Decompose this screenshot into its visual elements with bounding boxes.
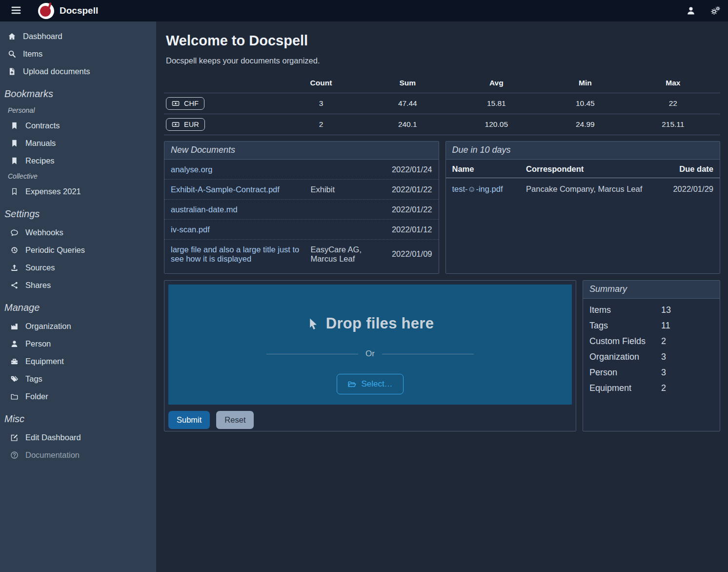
sidebar-item-upload-documents[interactable]: Upload documents [0,62,156,80]
summary-row: Items 13 [583,302,720,318]
tags-icon [10,375,19,383]
share-icon [10,281,19,289]
divider-line [382,354,474,354]
stat-avg: 120.05 [448,114,545,135]
sidebar-item-edit-dashboard[interactable]: Edit Dashboard [0,429,156,446]
sidebar-item-organization[interactable]: Organization [0,317,156,335]
bookmark-icon [10,157,19,165]
sidebar-item-items[interactable]: Items [0,45,156,62]
sidebar-item-label: Organization [25,322,71,331]
summary-row: Tags 11 [583,318,720,333]
due-document-link[interactable]: test-☺-ing.pdf [446,178,520,201]
cogs-icon[interactable] [710,6,720,16]
sidebar-item-tags[interactable]: Tags [0,370,156,388]
summary-row: Custom Fields 2 [583,333,720,349]
document-date: 2022/01/09 [392,249,432,259]
due-row: test-☺-ing.pdf Pancake Company, Marcus L… [446,178,720,201]
sidebar-item-person[interactable]: Person [0,335,156,352]
industry-icon [10,322,19,330]
question-circle-icon [10,451,19,459]
sidebar-item-label: Recipes [25,156,55,165]
summary-label: Organization [589,352,661,362]
currency-label: EUR [184,121,199,128]
sidebar-item-label: Edit Dashboard [25,433,81,442]
divider-line [266,354,358,354]
stats-header-min: Min [545,77,626,93]
summary-label: Custom Fields [589,336,661,347]
summary-label: Equipment [589,383,661,393]
sidebar-item-folder[interactable]: Folder [0,388,156,405]
sidebar-item-expenses-2021[interactable]: Expenses 2021 [0,183,156,200]
page-title: Welcome to Docspell [166,33,720,49]
summary-label: Person [589,368,661,378]
document-link[interactable]: analyse.org [171,165,306,174]
sidebar-item-label: Manuals [25,139,56,148]
currency-badge-chf[interactable]: CHF [166,97,204,110]
sidebar-item-label: Webhooks [25,228,63,237]
submit-button[interactable]: Submit [168,411,210,429]
stat-sum: 240.1 [367,114,448,135]
history-icon [10,246,19,254]
docspell-logo[interactable] [38,3,54,19]
document-date: 2022/01/24 [392,165,432,174]
select-files-button[interactable]: Select… [337,374,403,394]
home-icon [8,32,16,41]
file-upload-icon [8,67,16,76]
due-header-date: Due date [654,160,720,178]
bookmark-icon [10,139,19,147]
sidebar-item-label: Upload documents [23,67,90,76]
reset-button[interactable]: Reset [216,411,254,429]
sidebar-item-equipment[interactable]: Equipment [0,352,156,370]
summary-value: 13 [661,305,671,315]
document-link[interactable]: Exhibit-A-Sample-Contract.pdf [171,185,306,194]
sidebar-item-manuals[interactable]: Manuals [0,134,156,152]
sidebar-item-dashboard[interactable]: Dasbhoard [0,27,156,45]
user-icon[interactable] [686,6,696,16]
new-documents-title: New Documents [164,142,439,160]
sidebar-item-sources[interactable]: Sources [0,259,156,276]
sidebar-item-contracts[interactable]: Contracts [0,117,156,134]
dropzone[interactable]: Drop files here Or Select… [168,285,572,405]
sidebar-item-label: Documentation [25,450,80,460]
summary-title: Summary [583,281,720,299]
sidebar-item-webhooks[interactable]: Webhooks [0,224,156,241]
summary-row: Organization 3 [583,349,720,365]
sidebar-item-shares[interactable]: Shares [0,276,156,294]
sidebar-item-recipes[interactable]: Recipes [0,152,156,169]
sidebar-item-periodic-queries[interactable]: Periodic Queries [0,241,156,259]
stat-min: 24.99 [545,114,626,135]
currency-badge-eur[interactable]: EUR [166,118,205,131]
stats-header-empty [164,77,275,93]
stats-row-chf: CHF 3 47.44 15.81 10.45 22 [164,93,720,114]
summary-value: 3 [661,368,666,378]
stat-min: 10.45 [545,93,626,114]
app-title: Docspell [60,5,98,16]
document-link[interactable]: large file and also a large title just t… [171,245,306,264]
summary-row: Equipment 2 [583,380,720,396]
stats-header-max: Max [626,77,720,93]
folder-icon [10,392,19,401]
sidebar-item-label: Sources [25,263,55,272]
sidebar-item-documentation[interactable]: Documentation [0,446,156,464]
hamburger-icon[interactable] [11,5,22,17]
stats-header-avg: Avg [448,77,545,93]
or-label: Or [365,349,375,359]
due-table: Name Correspondent Due date test-☺-ing.p… [446,160,720,200]
drop-files-label: Drop files here [326,315,434,332]
sidebar-item-label: Contracts [25,121,60,130]
due-correspondent: Pancake Company, Marcus Leaf [520,178,654,201]
mouse-pointer-icon [306,317,320,330]
sidebar-item-label: Items [23,49,42,59]
bookmark-outline-icon [10,187,19,196]
stats-row-eur: EUR 2 240.1 120.05 24.99 215.11 [164,114,720,135]
stat-avg: 15.81 [448,93,545,114]
page-subtitle: Docspell keeps your documents organized. [166,56,720,65]
document-link[interactable]: australian-date.md [171,205,306,214]
sidebar-item-label: Equipment [25,357,64,366]
select-files-label: Select… [361,379,392,389]
due-date: 2022/01/29 [654,178,720,201]
due-header-correspondent: Correspondent [520,160,654,178]
document-link[interactable]: iv-scan.pdf [171,225,306,234]
document-row: large file and also a large title just t… [164,240,439,268]
folder-open-icon [347,380,356,388]
